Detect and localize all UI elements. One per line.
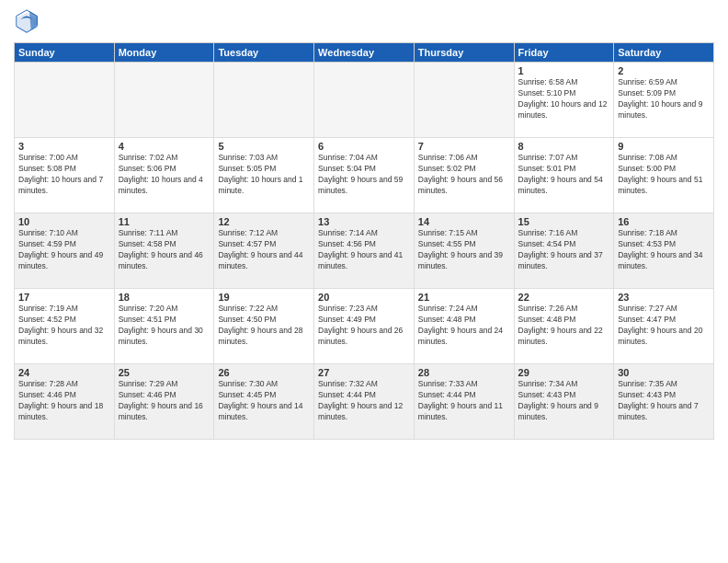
day-info: Sunrise: 7:03 AM Sunset: 5:05 PM Dayligh… xyxy=(218,153,310,197)
calendar-week-1: 1Sunrise: 6:58 AM Sunset: 5:10 PM Daylig… xyxy=(15,63,714,138)
calendar-cell: 14Sunrise: 7:15 AM Sunset: 4:55 PM Dayli… xyxy=(414,213,514,289)
header-friday: Friday xyxy=(514,43,614,63)
calendar-cell: 4Sunrise: 7:02 AM Sunset: 5:06 PM Daylig… xyxy=(114,138,214,213)
calendar-cell: 23Sunrise: 7:27 AM Sunset: 4:47 PM Dayli… xyxy=(614,289,714,364)
calendar-cell: 30Sunrise: 7:35 AM Sunset: 4:43 PM Dayli… xyxy=(614,364,714,440)
calendar-cell: 24Sunrise: 7:28 AM Sunset: 4:46 PM Dayli… xyxy=(15,364,115,440)
day-info: Sunrise: 7:26 AM Sunset: 4:48 PM Dayligh… xyxy=(518,304,610,348)
calendar-week-5: 24Sunrise: 7:28 AM Sunset: 4:46 PM Dayli… xyxy=(15,364,714,440)
day-info: Sunrise: 6:59 AM Sunset: 5:09 PM Dayligh… xyxy=(618,77,710,121)
day-number: 21 xyxy=(418,292,510,303)
day-number: 11 xyxy=(119,216,210,227)
day-info: Sunrise: 7:10 AM Sunset: 4:59 PM Dayligh… xyxy=(18,228,110,272)
day-number: 3 xyxy=(18,141,110,152)
day-info: Sunrise: 7:20 AM Sunset: 4:51 PM Dayligh… xyxy=(119,304,210,348)
calendar-cell: 11Sunrise: 7:11 AM Sunset: 4:58 PM Dayli… xyxy=(114,213,214,289)
calendar-cell: 13Sunrise: 7:14 AM Sunset: 4:56 PM Dayli… xyxy=(314,213,415,289)
day-info: Sunrise: 7:12 AM Sunset: 4:57 PM Dayligh… xyxy=(218,228,310,272)
day-info: Sunrise: 7:24 AM Sunset: 4:48 PM Dayligh… xyxy=(418,304,510,348)
calendar-cell: 20Sunrise: 7:23 AM Sunset: 4:49 PM Dayli… xyxy=(314,289,415,364)
day-info: Sunrise: 7:27 AM Sunset: 4:47 PM Dayligh… xyxy=(618,304,710,348)
day-info: Sunrise: 7:18 AM Sunset: 4:53 PM Dayligh… xyxy=(618,228,710,272)
day-info: Sunrise: 6:58 AM Sunset: 5:10 PM Dayligh… xyxy=(518,77,610,121)
day-info: Sunrise: 7:19 AM Sunset: 4:52 PM Dayligh… xyxy=(18,304,110,348)
day-info: Sunrise: 7:02 AM Sunset: 5:06 PM Dayligh… xyxy=(119,153,210,197)
day-number: 18 xyxy=(119,292,210,303)
calendar-header-row: SundayMondayTuesdayWednesdayThursdayFrid… xyxy=(15,43,714,63)
day-info: Sunrise: 7:29 AM Sunset: 4:46 PM Dayligh… xyxy=(119,379,210,423)
day-info: Sunrise: 7:00 AM Sunset: 5:08 PM Dayligh… xyxy=(18,153,110,197)
calendar-cell: 22Sunrise: 7:26 AM Sunset: 4:48 PM Dayli… xyxy=(514,289,614,364)
day-number: 24 xyxy=(18,367,110,378)
calendar-cell: 1Sunrise: 6:58 AM Sunset: 5:10 PM Daylig… xyxy=(514,63,614,138)
day-number: 29 xyxy=(518,367,610,378)
day-info: Sunrise: 7:22 AM Sunset: 4:50 PM Dayligh… xyxy=(218,304,310,348)
calendar-cell: 8Sunrise: 7:07 AM Sunset: 5:01 PM Daylig… xyxy=(514,138,614,213)
day-number: 28 xyxy=(418,367,510,378)
day-info: Sunrise: 7:23 AM Sunset: 4:49 PM Dayligh… xyxy=(318,304,410,348)
calendar-cell: 16Sunrise: 7:18 AM Sunset: 4:53 PM Dayli… xyxy=(614,213,714,289)
calendar-week-4: 17Sunrise: 7:19 AM Sunset: 4:52 PM Dayli… xyxy=(15,289,714,364)
calendar-cell xyxy=(114,63,214,138)
page-container: SundayMondayTuesdayWednesdayThursdayFrid… xyxy=(0,0,728,449)
calendar-cell: 29Sunrise: 7:34 AM Sunset: 4:43 PM Dayli… xyxy=(514,364,614,440)
day-info: Sunrise: 7:11 AM Sunset: 4:58 PM Dayligh… xyxy=(119,228,210,272)
logo xyxy=(14,9,41,35)
calendar-cell: 15Sunrise: 7:16 AM Sunset: 4:54 PM Dayli… xyxy=(514,213,614,289)
calendar-cell: 19Sunrise: 7:22 AM Sunset: 4:50 PM Dayli… xyxy=(214,289,314,364)
day-number: 16 xyxy=(618,216,710,227)
calendar-cell: 2Sunrise: 6:59 AM Sunset: 5:09 PM Daylig… xyxy=(614,63,714,138)
day-number: 13 xyxy=(318,216,410,227)
calendar-cell: 18Sunrise: 7:20 AM Sunset: 4:51 PM Dayli… xyxy=(114,289,214,364)
day-number: 12 xyxy=(218,216,310,227)
day-number: 27 xyxy=(318,367,410,378)
day-info: Sunrise: 7:32 AM Sunset: 4:44 PM Dayligh… xyxy=(318,379,410,423)
calendar-cell: 21Sunrise: 7:24 AM Sunset: 4:48 PM Dayli… xyxy=(414,289,514,364)
day-number: 23 xyxy=(618,292,710,303)
header-thursday: Thursday xyxy=(414,43,514,63)
day-number: 2 xyxy=(618,65,710,76)
calendar-cell xyxy=(414,63,514,138)
day-info: Sunrise: 7:06 AM Sunset: 5:02 PM Dayligh… xyxy=(418,153,510,197)
calendar-cell: 25Sunrise: 7:29 AM Sunset: 4:46 PM Dayli… xyxy=(114,364,214,440)
logo-icon xyxy=(14,9,40,35)
day-info: Sunrise: 7:08 AM Sunset: 5:00 PM Dayligh… xyxy=(618,153,710,197)
day-info: Sunrise: 7:16 AM Sunset: 4:54 PM Dayligh… xyxy=(518,228,610,272)
day-info: Sunrise: 7:35 AM Sunset: 4:43 PM Dayligh… xyxy=(618,379,710,423)
day-number: 4 xyxy=(119,141,210,152)
calendar-week-3: 10Sunrise: 7:10 AM Sunset: 4:59 PM Dayli… xyxy=(15,213,714,289)
day-number: 7 xyxy=(418,141,510,152)
day-info: Sunrise: 7:04 AM Sunset: 5:04 PM Dayligh… xyxy=(318,153,410,197)
calendar-cell: 28Sunrise: 7:33 AM Sunset: 4:44 PM Dayli… xyxy=(414,364,514,440)
page-header xyxy=(14,9,714,35)
calendar-cell: 17Sunrise: 7:19 AM Sunset: 4:52 PM Dayli… xyxy=(15,289,115,364)
day-number: 25 xyxy=(119,367,210,378)
header-saturday: Saturday xyxy=(614,43,714,63)
calendar-cell: 10Sunrise: 7:10 AM Sunset: 4:59 PM Dayli… xyxy=(15,213,115,289)
day-number: 15 xyxy=(518,216,610,227)
day-info: Sunrise: 7:07 AM Sunset: 5:01 PM Dayligh… xyxy=(518,153,610,197)
day-number: 6 xyxy=(318,141,410,152)
header-wednesday: Wednesday xyxy=(314,43,415,63)
day-number: 14 xyxy=(418,216,510,227)
day-number: 5 xyxy=(218,141,310,152)
day-info: Sunrise: 7:33 AM Sunset: 4:44 PM Dayligh… xyxy=(418,379,510,423)
day-number: 17 xyxy=(18,292,110,303)
day-number: 8 xyxy=(518,141,610,152)
calendar-week-2: 3Sunrise: 7:00 AM Sunset: 5:08 PM Daylig… xyxy=(15,138,714,213)
calendar-cell: 26Sunrise: 7:30 AM Sunset: 4:45 PM Dayli… xyxy=(214,364,314,440)
calendar-cell: 27Sunrise: 7:32 AM Sunset: 4:44 PM Dayli… xyxy=(314,364,415,440)
day-number: 26 xyxy=(218,367,310,378)
calendar-cell xyxy=(15,63,115,138)
header-tuesday: Tuesday xyxy=(214,43,314,63)
calendar-table: SundayMondayTuesdayWednesdayThursdayFrid… xyxy=(14,42,714,440)
day-number: 30 xyxy=(618,367,710,378)
calendar-cell: 6Sunrise: 7:04 AM Sunset: 5:04 PM Daylig… xyxy=(314,138,415,213)
day-info: Sunrise: 7:30 AM Sunset: 4:45 PM Dayligh… xyxy=(218,379,310,423)
calendar-cell: 7Sunrise: 7:06 AM Sunset: 5:02 PM Daylig… xyxy=(414,138,514,213)
header-monday: Monday xyxy=(114,43,214,63)
calendar-cell xyxy=(314,63,415,138)
calendar-cell: 9Sunrise: 7:08 AM Sunset: 5:00 PM Daylig… xyxy=(614,138,714,213)
calendar-cell: 5Sunrise: 7:03 AM Sunset: 5:05 PM Daylig… xyxy=(214,138,314,213)
calendar-cell: 3Sunrise: 7:00 AM Sunset: 5:08 PM Daylig… xyxy=(15,138,115,213)
